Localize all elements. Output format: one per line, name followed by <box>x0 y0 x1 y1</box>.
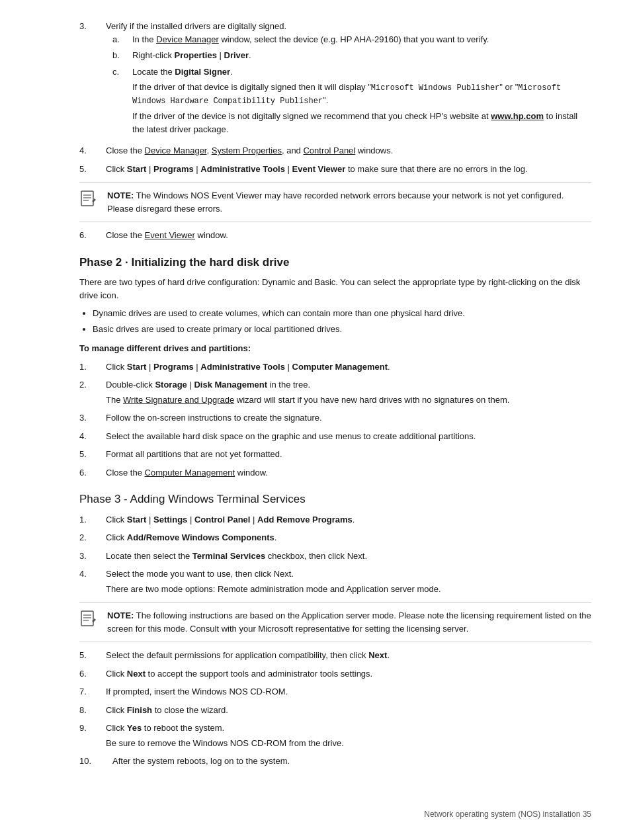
phase3-step-5-content: Select the default permissions for appli… <box>106 649 591 662</box>
p3s2-bold1: Add/Remove Windows Components <box>127 532 274 542</box>
p3s8-suffix: to close the wizard. <box>152 705 228 715</box>
computer-management-link[interactable]: Computer Management <box>145 468 235 478</box>
note-svg-icon <box>79 190 98 209</box>
footer-text: Network operating system (NOS) installat… <box>424 808 591 820</box>
phase3-step-9-content: Click Yes to reboot the system. Be sure … <box>106 722 591 749</box>
control-panel-link[interactable]: Control Panel <box>303 146 355 155</box>
phase3-step-7: 7. If prompted, insert the Windows NOS C… <box>79 685 591 698</box>
step-5-bold2: Programs <box>153 164 194 174</box>
p3s8-prefix: Click <box>106 705 127 715</box>
p3s1-prefix: Click <box>106 515 127 525</box>
phase3-step-6: 6. Click Next to accept the support tool… <box>79 667 591 681</box>
sub-step-3c-para2: If the driver of the device is not digit… <box>132 110 591 136</box>
phase2-step-3: 3. Follow the on-screen instructions to … <box>79 411 591 425</box>
hp-link[interactable]: www.hp.com <box>491 111 544 121</box>
step-4-sep2: , and <box>282 146 304 155</box>
phase3-step-9: 9. Click Yes to reboot the system. Be su… <box>79 722 591 749</box>
p3s9-suffix: to reboot the system. <box>142 723 224 733</box>
phase3-step-6-num: 6. <box>79 667 106 681</box>
note-icon-2 <box>79 609 103 634</box>
p2s1-bold2: Programs <box>153 362 194 372</box>
sub-step-3c: c. Locate the Digital Signer. If the dri… <box>106 65 591 136</box>
sub-step-3c-para1: If the driver of that device is digitall… <box>132 81 591 107</box>
sub-step-3a-suffix: window, select the device (e.g. HP AHA-2… <box>219 34 489 44</box>
note-svg-icon-2 <box>79 610 98 629</box>
step-5-sep1: | <box>146 164 153 174</box>
p3s1-sep1: | <box>146 515 153 525</box>
phase3-step-9-subtext: Be sure to remove the Windows NOS CD-ROM… <box>106 737 591 750</box>
p3s5-bold1: Next <box>368 650 387 660</box>
p2s2-sep1: | <box>187 380 194 390</box>
bullet-1: Dynamic drives are used to create volume… <box>93 307 591 320</box>
phase3-step-9-num: 9. <box>79 722 106 749</box>
p3s3-prefix: Locate then select the <box>106 551 192 561</box>
p3s2-prefix: Click <box>106 532 127 542</box>
step-3: 3. Verify if the installed drivers are d… <box>79 20 591 139</box>
write-signature-link[interactable]: Write Signature and Upgrade <box>123 395 234 405</box>
p3s1-bold3: Control Panel <box>194 515 251 525</box>
step-5-bold4: Event Viewer <box>292 164 346 174</box>
phase3-step-4-subtext: There are two mode options: Remote admin… <box>106 583 591 596</box>
phase3-step-3-content: Locate then select the Terminal Services… <box>106 550 591 563</box>
p3s1-end: . <box>353 515 355 525</box>
p3s1-sep3: | <box>250 515 257 525</box>
p3s6-suffix: to accept the support tools and administ… <box>146 669 372 679</box>
phase2-step-2-num: 2. <box>79 378 106 406</box>
phase2-step-5-content: Format all partitions that are not yet f… <box>106 448 591 461</box>
phase3-step-10-num: 10. <box>79 755 112 768</box>
step-5-content: Click Start | Programs | Administrative … <box>106 163 591 176</box>
p3s5-prefix: Select the default permissions for appli… <box>106 650 368 660</box>
step-6-num: 6. <box>79 229 106 242</box>
step-6-suffix: window. <box>195 230 228 240</box>
p3s3-suffix: checkbox, then click Next. <box>265 551 367 561</box>
phase2-step-2-subtext: The Write Signature and Upgrade wizard w… <box>106 394 591 407</box>
phase-2-subheading: To manage different drives and partition… <box>79 342 591 355</box>
phase3-step-8: 8. Click Finish to close the wizard. <box>79 704 591 717</box>
p2s2-subtext-suffix: wizard will start if you have new hard d… <box>234 395 509 405</box>
sub-step-3b-sep: | <box>217 50 224 60</box>
step-5: 5. Click Start | Programs | Administrati… <box>79 163 591 176</box>
note-2-label: NOTE: <box>107 610 134 620</box>
system-properties-link[interactable]: System Properties <box>212 146 282 155</box>
step-6-content: Close the Event Viewer window. <box>106 229 591 242</box>
phase2-step-5: 5. Format all partitions that are not ye… <box>79 448 591 461</box>
p2s1-bold1: Start <box>127 362 147 372</box>
p2s1-bold4: Computer Management <box>292 362 388 372</box>
sub-step-3a-letter: a. <box>112 33 132 46</box>
p2s1-sep2: | <box>194 362 201 372</box>
p3s8-bold1: Finish <box>127 705 152 715</box>
step-4-prefix: Close the <box>106 146 145 155</box>
step-6-prefix: Close the <box>106 230 145 240</box>
event-viewer-link[interactable]: Event Viewer <box>145 230 195 240</box>
p2s6-suffix: window. <box>235 468 268 478</box>
phase3-step-5: 5. Select the default permissions for ap… <box>79 649 591 662</box>
phase-2-bullets: Dynamic drives are used to create volume… <box>79 307 591 335</box>
phase2-step-1-num: 1. <box>79 360 106 374</box>
phase3-step-7-content: If prompted, insert the Windows NOS CD-R… <box>106 685 591 698</box>
p3s1-bold4: Add Remove Programs <box>257 515 353 525</box>
phase-2-heading: Phase 2 · Initializing the hard disk dri… <box>79 254 591 271</box>
phase2-step-4-content: Select the available hard disk space on … <box>106 430 591 443</box>
p3s6-prefix: Click <box>106 669 127 679</box>
sub-step-3c-end: . <box>230 67 233 77</box>
phase3-step-2-content: Click Add/Remove Windows Components. <box>106 531 591 544</box>
p2s2-subtext-prefix: The <box>106 395 123 405</box>
sub-step-3a-prefix: In the <box>132 34 156 44</box>
step-3-num: 3. <box>79 20 106 139</box>
sub-step-3b-bold1: Properties <box>175 50 217 60</box>
phase2-step-4-num: 4. <box>79 430 106 443</box>
step-4-content: Close the Device Manager, System Propert… <box>106 144 591 157</box>
phase3-step-2: 2. Click Add/Remove Windows Components. <box>79 531 591 544</box>
para1-mono1: Microsoft Windows Publisher <box>371 83 499 93</box>
phase-2-intro: There are two types of hard drive config… <box>79 276 591 302</box>
device-manager-link-1[interactable]: Device Manager <box>156 34 219 44</box>
phase3-step-1-content: Click Start | Settings | Control Panel |… <box>106 513 591 526</box>
step-6: 6. Close the Event Viewer window. <box>79 229 591 242</box>
phase3-step-8-content: Click Finish to close the wizard. <box>106 704 591 717</box>
step-4-sep1: , <box>207 146 212 155</box>
phase3-step-10: 10. After the system reboots, log on to … <box>79 755 591 768</box>
sub-step-3b-content: Right-click Properties | Driver. <box>132 49 591 62</box>
device-manager-link-2[interactable]: Device Manager <box>145 146 207 155</box>
p3s9-prefix: Click <box>106 723 127 733</box>
step-5-bold1: Start <box>127 164 147 174</box>
